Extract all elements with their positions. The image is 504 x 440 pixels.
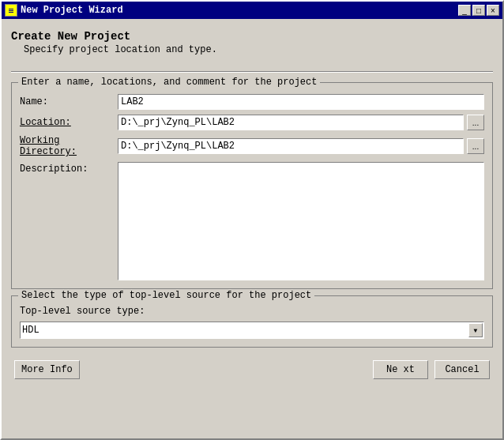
project-group-label: Enter a name, locations, and comment for… (18, 77, 320, 88)
working-dir-input[interactable] (118, 138, 464, 154)
source-type-label-row: Top-level source type: (20, 306, 484, 317)
footer-right-buttons: Ne xt Cancel (373, 360, 490, 379)
location-row: Location: ... (20, 115, 484, 130)
source-type-select-wrapper: HDL Schematic EDIF NGC/NGO ▼ (20, 322, 484, 339)
description-input[interactable] (118, 162, 484, 280)
page-title: Create New Project (11, 30, 493, 43)
browse-working-button[interactable]: ... (467, 138, 484, 154)
footer-buttons: More Info Ne xt Cancel (11, 354, 493, 382)
name-row: Name: (20, 94, 484, 110)
window-icon (5, 4, 17, 17)
name-input[interactable] (118, 94, 484, 110)
source-group-label: Select the type of top-level source for … (18, 290, 314, 301)
description-row: Description: (20, 162, 484, 280)
separator (11, 71, 493, 73)
svg-rect-3 (9, 12, 13, 13)
next-button[interactable]: Ne xt (373, 360, 428, 379)
window-title: New Project Wizard (21, 5, 455, 16)
description-label: Description: (20, 162, 115, 175)
header-section: Create New Project Specify project locat… (11, 27, 493, 62)
location-label: Location: (20, 117, 115, 128)
maximize-button[interactable]: □ (472, 5, 485, 16)
name-label: Name: (20, 96, 115, 107)
svg-rect-1 (9, 9, 13, 9)
browse-location-button[interactable]: ... (467, 115, 484, 130)
working-dir-row: Working Directory: ... (20, 135, 484, 157)
source-type-select[interactable]: HDL Schematic EDIF NGC/NGO (20, 322, 484, 339)
window-content: Create New Project Specify project locat… (2, 19, 502, 438)
page-subtitle: Specify project location and type. (11, 44, 493, 55)
source-type-group: Select the type of top-level source for … (11, 295, 493, 348)
main-window: New Project Wizard _ □ × Create New Proj… (0, 0, 504, 440)
location-input[interactable] (118, 115, 464, 130)
more-info-button[interactable]: More Info (14, 360, 80, 379)
title-bar: New Project Wizard _ □ × (2, 2, 502, 19)
cancel-button[interactable]: Cancel (434, 360, 490, 379)
source-type-label: Top-level source type: (20, 306, 145, 317)
window-controls: _ □ × (458, 5, 499, 16)
project-details-group: Enter a name, locations, and comment for… (11, 82, 493, 289)
svg-rect-2 (9, 10, 13, 11)
close-button[interactable]: × (487, 5, 499, 16)
working-dir-label: Working Directory: (20, 135, 115, 157)
minimize-button[interactable]: _ (458, 5, 471, 16)
